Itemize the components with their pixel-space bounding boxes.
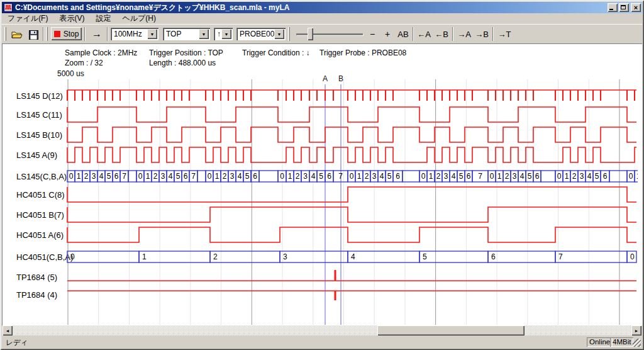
set-cursor-b-button[interactable]: →B bbox=[474, 27, 490, 41]
save-button[interactable] bbox=[26, 27, 41, 42]
horizontal-scrollbar[interactable]: ◄ ► bbox=[3, 325, 641, 336]
trigger-position-info: Trigger Position : TOP bbox=[149, 48, 223, 57]
sample-clock-select[interactable]: 100MHz ▼ bbox=[111, 28, 158, 40]
plus-icon: + bbox=[385, 29, 390, 39]
open-file-button[interactable] bbox=[9, 27, 25, 42]
ab-button[interactable]: AB bbox=[396, 27, 411, 41]
window-title: C:¥Documents and Settings¥noname¥デスクトップ¥… bbox=[15, 3, 606, 13]
signal-label: LS145 C(11) bbox=[16, 110, 62, 120]
status-online-badge: Online bbox=[587, 337, 613, 347]
minus-icon: − bbox=[370, 29, 375, 39]
toolbar-separator bbox=[43, 27, 44, 41]
signal-label: HC4051 B(7) bbox=[16, 210, 64, 220]
set-b-label: →B bbox=[475, 30, 489, 39]
signal-label: LS145 D(12) bbox=[16, 91, 63, 101]
waveform-client-area bbox=[2, 43, 642, 325]
menu-bar: ファイル(F) 表示(V) 設定 ヘルプ(H) bbox=[2, 13, 642, 24]
toolbar-grip[interactable] bbox=[4, 27, 6, 41]
goto-b-label: ←B bbox=[435, 30, 448, 39]
trigger-edge-select[interactable]: ↑ ▼ bbox=[214, 28, 233, 40]
resize-grip[interactable] bbox=[633, 339, 641, 347]
stop-label: Stop bbox=[64, 30, 79, 38]
status-memory-badge: 4MBit bbox=[610, 337, 633, 347]
dropdown-arrow-icon[interactable]: ▼ bbox=[274, 29, 284, 39]
zoom-info: Zoom : / 32 bbox=[65, 59, 103, 67]
menu-help[interactable]: ヘルプ(H) bbox=[116, 13, 162, 25]
scroll-left-button[interactable]: ◄ bbox=[3, 325, 13, 336]
app-window: C:¥Documents and Settings¥noname¥デスクトップ¥… bbox=[0, 0, 644, 350]
app-icon bbox=[4, 3, 13, 12]
stop-button[interactable]: Stop bbox=[51, 27, 82, 40]
title-bar: C:¥Documents and Settings¥noname¥デスクトップ¥… bbox=[2, 2, 642, 13]
close-icon: × bbox=[634, 4, 638, 11]
set-a-label: →A bbox=[457, 30, 471, 39]
trigger-position-select[interactable]: TOP ▼ bbox=[163, 28, 210, 40]
signal-label: HC4051 A(6) bbox=[16, 230, 64, 240]
dropdown-arrow-icon[interactable]: ▼ bbox=[221, 29, 231, 39]
maximize-button[interactable] bbox=[619, 3, 629, 12]
scroll-right-icon: ► bbox=[635, 329, 639, 333]
signal-label: LS145 B(10) bbox=[16, 130, 62, 140]
scrollbar-thumb[interactable] bbox=[377, 325, 525, 336]
sample-clock-info: Sample Clock : 2MHz bbox=[65, 48, 137, 57]
scroll-right-button[interactable]: ► bbox=[631, 325, 641, 336]
status-ready-text: レディ bbox=[6, 338, 28, 347]
goto-trigger-button[interactable]: →T bbox=[496, 27, 513, 41]
zoom-in-button[interactable]: + bbox=[380, 27, 394, 41]
goto-a-label: ←A bbox=[417, 30, 431, 39]
toolbar: Stop → 100MHz ▼ TOP ▼ ↑ ▼ PROBE00 ▼ − + bbox=[2, 24, 642, 43]
trigger-edge-value: ↑ bbox=[217, 30, 221, 38]
open-folder-icon bbox=[11, 30, 23, 39]
zoom-slider[interactable] bbox=[295, 27, 364, 41]
maximize-icon bbox=[621, 5, 626, 9]
signal-label: TP1684 (4) bbox=[16, 290, 57, 300]
toolbar-separator bbox=[452, 27, 453, 41]
trigger-probe-info: Trigger Probe : PROBE08 bbox=[319, 48, 406, 57]
toolbar-separator bbox=[84, 27, 86, 41]
minimize-button[interactable] bbox=[608, 3, 618, 12]
status-bar: レディ Online 4MBit bbox=[2, 336, 642, 348]
toolbar-separator bbox=[492, 27, 494, 41]
zoom-slider-track[interactable] bbox=[296, 33, 363, 35]
signal-label: LS145(C,B,A) bbox=[16, 172, 67, 181]
sample-clock-value: 100MHz bbox=[114, 30, 142, 38]
goto-cursor-a-button[interactable]: ←A bbox=[416, 27, 432, 41]
signal-label: TP1684 (5) bbox=[16, 273, 57, 282]
signal-label: LS145 A(9) bbox=[16, 150, 57, 160]
toolbar-separator bbox=[413, 27, 414, 41]
run-button[interactable]: → bbox=[88, 27, 106, 41]
signal-label: HC4051 C(8) bbox=[16, 190, 65, 200]
length-info: Length : 488.000 us bbox=[149, 59, 216, 67]
menu-settings[interactable]: 設定 bbox=[90, 13, 116, 25]
set-cursor-a-button[interactable]: →A bbox=[456, 27, 472, 41]
toolbar-grip[interactable] bbox=[46, 27, 48, 41]
goto-cursor-b-button[interactable]: ←B bbox=[433, 27, 450, 41]
ab-label: AB bbox=[397, 30, 408, 39]
toolbar-separator bbox=[107, 27, 108, 41]
cursor-b-label[interactable]: B bbox=[336, 74, 345, 83]
scroll-left-icon: ◄ bbox=[6, 329, 10, 333]
run-arrow-icon: → bbox=[92, 28, 102, 40]
toolbar-grip[interactable] bbox=[288, 27, 290, 41]
signal-label: HC4051(C,B,A) bbox=[16, 252, 73, 262]
trigger-probe-select[interactable]: PROBE00 ▼ bbox=[236, 28, 286, 40]
zoom-out-button[interactable]: − bbox=[365, 27, 379, 41]
stop-icon bbox=[54, 31, 60, 37]
close-button[interactable]: × bbox=[631, 3, 641, 12]
minimize-icon bbox=[609, 9, 613, 10]
timescale-label: 5000 us bbox=[57, 69, 84, 78]
trigger-position-value: TOP bbox=[166, 30, 181, 38]
menu-view[interactable]: 表示(V) bbox=[53, 13, 90, 25]
trigger-condition-info: Trigger Condition : ↓ bbox=[242, 48, 310, 57]
goto-t-label: →T bbox=[498, 30, 511, 39]
zoom-slider-thumb[interactable] bbox=[308, 28, 313, 40]
cursor-a-label[interactable]: A bbox=[321, 74, 330, 83]
trigger-probe-value: PROBE00 bbox=[240, 30, 274, 38]
floppy-icon bbox=[29, 30, 38, 40]
dropdown-arrow-icon[interactable]: ▼ bbox=[147, 29, 157, 39]
menu-file[interactable]: ファイル(F) bbox=[2, 13, 53, 25]
dropdown-arrow-icon[interactable]: ▼ bbox=[199, 29, 209, 39]
